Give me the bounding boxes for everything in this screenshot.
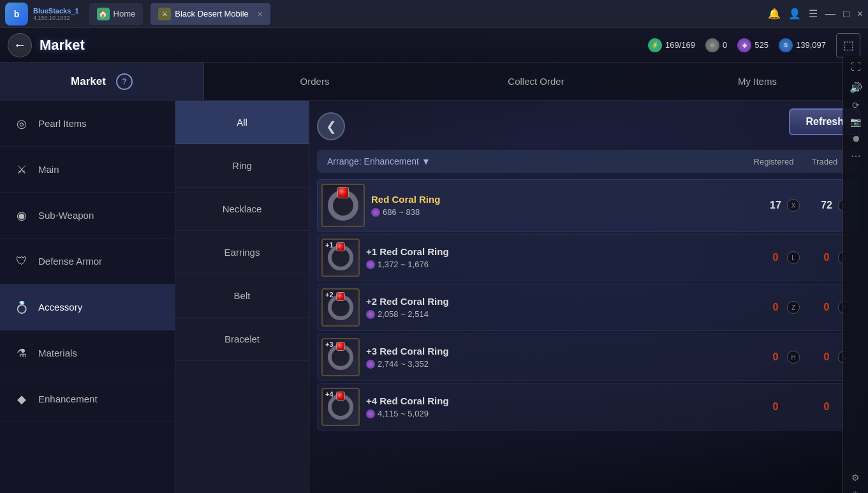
item-row[interactable]: +1 +1 Red Coral Ring 1,372 ~ 1,676 L 0 J…	[317, 234, 860, 281]
header-back-button[interactable]: ←	[8, 33, 32, 57]
bell-icon[interactable]: 🔔	[768, 8, 781, 20]
more-icon[interactable]: ⋯	[851, 150, 861, 162]
sidebar-label-main: Main	[38, 164, 59, 175]
menu-icon[interactable]: ☰	[809, 8, 818, 20]
submenu-item-all[interactable]: All	[175, 101, 309, 144]
fullscreen-icon[interactable]: ⛶	[851, 61, 861, 73]
item-img-inner	[324, 186, 362, 224]
item-price: 2,058 ~ 2,514	[366, 309, 750, 319]
submenu-item-belt[interactable]: Belt	[175, 274, 309, 318]
volume-icon[interactable]: 🔊	[850, 82, 862, 94]
tab-my-items[interactable]: My Items	[647, 63, 868, 100]
sidebar-item-defense[interactable]: 🛡 Defense Armor	[0, 239, 175, 284]
game-area: ← Market ⚡ 169/169 ○ 0 ◆ 525 S 139,097 ⬚	[0, 28, 868, 493]
screenshot-icon[interactable]: 📷	[850, 117, 861, 127]
sidebar-item-main[interactable]: ⚔ Main	[0, 147, 175, 193]
silver-icon: S	[779, 38, 793, 52]
silver-value: 139,097	[796, 40, 826, 50]
item-row[interactable]: +4 +4 Red Coral Ring 4,115 ~ 5,029 0 0	[317, 383, 860, 430]
item-name: +1 Red Coral Ring	[366, 246, 750, 257]
content-back-button[interactable]: ❮	[317, 112, 345, 140]
kb-hint-1: L	[787, 251, 800, 264]
item-image: +4	[321, 388, 360, 426]
sidebar: ◎ Pearl Items ⚔ Main ◉ Sub-Weapon 🛡 Defe…	[0, 101, 175, 493]
minimize-icon[interactable]: —	[825, 8, 835, 20]
item-name: +4 Red Coral Ring	[366, 395, 750, 406]
restore-icon[interactable]: □	[843, 8, 850, 20]
silver-currency: S 139,097	[779, 38, 826, 52]
submenu-item-earrings[interactable]: Earrings	[175, 231, 309, 274]
sidebar-icon-pearl: ◎	[13, 115, 31, 133]
help-button[interactable]: ?	[116, 73, 133, 90]
item-price: 4,115 ~ 5,029	[366, 409, 750, 418]
item-name: Red Coral Ring	[371, 194, 750, 205]
registered-value: 0	[750, 401, 801, 413]
pearl-value: 0	[723, 40, 727, 50]
price-range: 686 ~ 838	[383, 207, 420, 217]
main-content: ❮ Refresh Tab Arrange: Enhancement ▼ Reg…	[309, 101, 868, 493]
tab-orders[interactable]: Orders	[204, 63, 425, 100]
submenu-item-ring[interactable]: Ring	[175, 144, 309, 188]
sidebar-label-materials: Materials	[38, 348, 77, 358]
sidebar-icon-accessory: 💍	[13, 298, 31, 316]
sidebar-item-subweapon[interactable]: ◉ Sub-Weapon	[0, 193, 175, 239]
item-info: +4 Red Coral Ring 4,115 ~ 5,029	[366, 395, 750, 418]
account-icon[interactable]: 👤	[788, 8, 801, 20]
sort-bar[interactable]: Arrange: Enhancement ▼ Registered Traded	[317, 150, 860, 173]
item-price: 2,744 ~ 3,352	[366, 359, 750, 369]
bs-name: BlueStacks_1	[33, 7, 79, 15]
bluestacks-logo: b	[5, 3, 28, 26]
tab-market[interactable]: Market ?	[0, 63, 204, 100]
orient-icon[interactable]: ⟳	[852, 100, 860, 110]
silver-price-icon	[366, 260, 375, 269]
energy-value: 169/169	[665, 40, 695, 50]
sidebar-icon-materials: ⚗	[13, 344, 31, 362]
price-range: 1,372 ~ 1,676	[378, 260, 429, 269]
pearl-icon: ○	[705, 38, 719, 52]
page-title: Market	[40, 37, 85, 54]
sidebar-item-materials[interactable]: ⚗ Materials	[0, 330, 175, 376]
energy-icon: ⚡	[648, 38, 662, 52]
kb-hint-1: X	[787, 199, 800, 212]
exit-button[interactable]: ⬚	[836, 33, 860, 57]
item-row[interactable]: +3 +3 Red Coral Ring 2,744 ~ 3,352 H 0 E…	[317, 334, 860, 381]
submenu-item-bracelet[interactable]: Bracelet	[175, 318, 309, 361]
sidebar-item-pearl[interactable]: ◎ Pearl Items	[0, 101, 175, 147]
item-image: +1	[321, 239, 360, 277]
game-header: ← Market ⚡ 169/169 ○ 0 ◆ 525 S 139,097 ⬚	[0, 28, 868, 63]
sidebar-item-enhancement[interactable]: ◆ Enhancement	[0, 376, 175, 422]
price-range: 2,058 ~ 2,514	[378, 309, 429, 319]
item-info: +3 Red Coral Ring 2,744 ~ 3,352	[366, 346, 750, 369]
item-price: 1,372 ~ 1,676	[366, 260, 750, 269]
bs-toolbar: 🔔 👤 ☰ — □ ×	[768, 8, 863, 20]
sidebar-label-accessory: Accessory	[38, 302, 82, 313]
crystal-value: 525	[754, 40, 769, 50]
bs-game-tab[interactable]: ⚔ Black Desert Mobile ×	[151, 3, 270, 25]
tab-collect-order[interactable]: Collect Order	[425, 63, 647, 100]
record-icon[interactable]: ⏺	[851, 133, 860, 143]
sidebar-label-pearl: Pearl Items	[38, 118, 87, 129]
brightness-icon[interactable]: ☀	[851, 489, 860, 493]
settings-icon[interactable]: ⚙	[851, 473, 860, 483]
items-list: Red Coral Ring 686 ~ 838 X 17 K 72 +1	[317, 179, 860, 430]
item-price: 686 ~ 838	[371, 207, 750, 217]
sidebar-icon-main: ⚔	[13, 161, 31, 179]
silver-price-icon	[371, 208, 380, 217]
item-info: Red Coral Ring 686 ~ 838	[371, 194, 750, 217]
close-tab-icon[interactable]: ×	[258, 9, 263, 19]
item-row[interactable]: Red Coral Ring 686 ~ 838 X 17 K 72	[317, 179, 860, 232]
currencies-bar: ⚡ 169/169 ○ 0 ◆ 525 S 139,097	[648, 38, 826, 52]
sort-label: Arrange: Enhancement ▼	[327, 156, 748, 166]
item-row[interactable]: +2 +2 Red Coral Ring 2,058 ~ 2,514 Z 0 F…	[317, 284, 860, 331]
close-icon[interactable]: ×	[857, 8, 863, 20]
sidebar-item-accessory[interactable]: 💍 Accessory	[0, 284, 175, 330]
submenu-item-necklace[interactable]: Necklace	[175, 188, 309, 231]
tab-market-label: Market	[71, 75, 106, 88]
item-name: +3 Red Coral Ring	[366, 346, 750, 357]
sidebar-icon-subweapon: ◉	[13, 207, 31, 224]
home-tab-icon: 🏠	[97, 8, 110, 20]
crystal-currency: ◆ 525	[737, 38, 769, 52]
bs-home-tab[interactable]: 🏠 Home	[89, 3, 143, 25]
registered-header: Registered	[748, 157, 799, 166]
game-tab-label: Black Desert Mobile	[175, 9, 249, 18]
